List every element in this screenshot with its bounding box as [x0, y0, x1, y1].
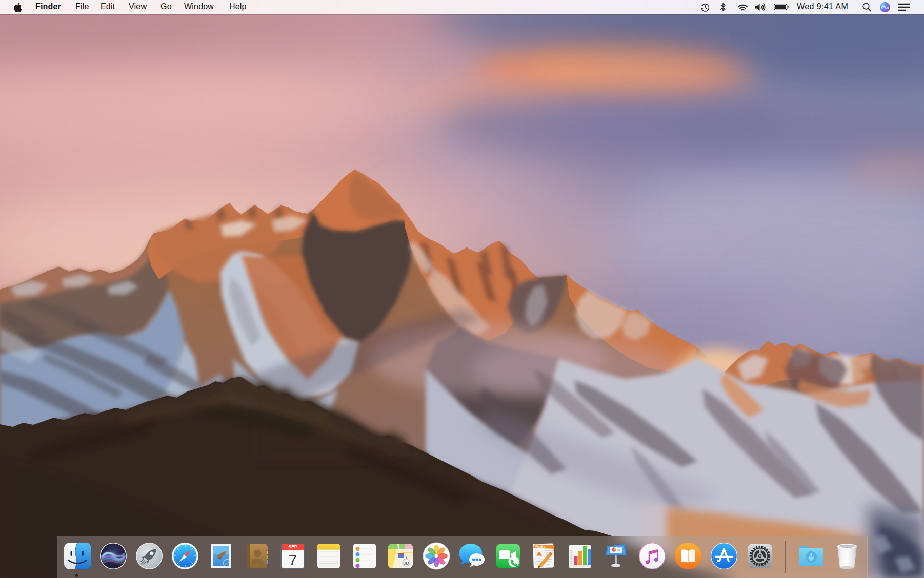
svg-text:7: 7 — [289, 551, 297, 568]
svg-text:SEP: SEP — [288, 544, 297, 549]
svg-text:PAGES: PAGES — [535, 545, 545, 548]
svg-text:3D: 3D — [403, 560, 409, 566]
